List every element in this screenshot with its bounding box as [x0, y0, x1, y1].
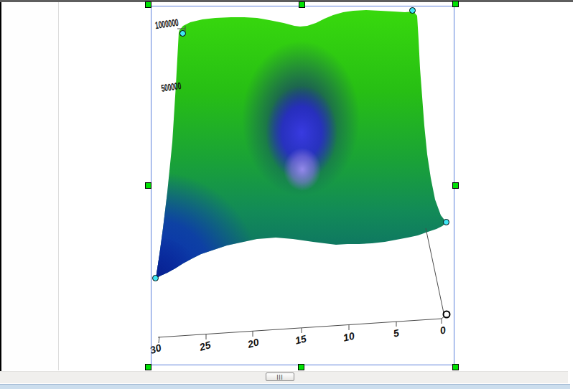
panel-divider: [58, 2, 59, 370]
bottom-highlight-bar: [0, 384, 570, 389]
selection-handle-bottom-left[interactable]: [145, 364, 151, 370]
surface-3d: [144, 0, 459, 367]
grip-icon: |||: [277, 374, 284, 379]
selection-handle-top-left[interactable]: [145, 1, 151, 8]
selection-handle-top-right[interactable]: [452, 1, 459, 7]
x-axis-tick-label: 10: [342, 329, 355, 343]
chart-corner-marker-top-left[interactable]: [179, 30, 186, 37]
left-margin-panel: [1, 2, 58, 370]
x-axis-tick-labels: 30 25 20 15 10 5 0: [149, 324, 447, 356]
app-window: 30 25 20 15 10 5 0 1000000 500000: [0, 0, 588, 389]
selection-handle-top-middle[interactable]: [299, 1, 305, 8]
axis-origin-marker: [444, 311, 450, 318]
x-axis-tick-label: 30: [149, 342, 163, 356]
x-axis-tick-label: 25: [197, 339, 213, 353]
selection-handle-bottom-right[interactable]: [452, 364, 459, 370]
x-axis-tick-label: 0: [439, 324, 447, 336]
chart-corner-marker-right[interactable]: [443, 219, 449, 225]
chart-corner-marker-top-right[interactable]: [409, 7, 416, 14]
selection-handle-bottom-middle[interactable]: [298, 364, 304, 370]
surface-chart-canvas: 30 25 20 15 10 5 0 1000000 500000: [144, 0, 459, 367]
x-axis-tick-label: 15: [294, 332, 307, 346]
x-axis-tick-label: 5: [392, 327, 400, 339]
splitter-collapse-button[interactable]: |||: [266, 372, 294, 381]
selection-handle-middle-right[interactable]: [452, 182, 459, 189]
chart-corner-marker-bottom-left[interactable]: [152, 275, 159, 281]
x-axis-tick-label: 20: [246, 336, 260, 350]
selection-handle-middle-left[interactable]: [145, 182, 151, 189]
surface-chart-object[interactable]: 30 25 20 15 10 5 0 1000000 500000: [144, 0, 459, 367]
z-axis-tick-label: 1000000: [154, 17, 179, 31]
